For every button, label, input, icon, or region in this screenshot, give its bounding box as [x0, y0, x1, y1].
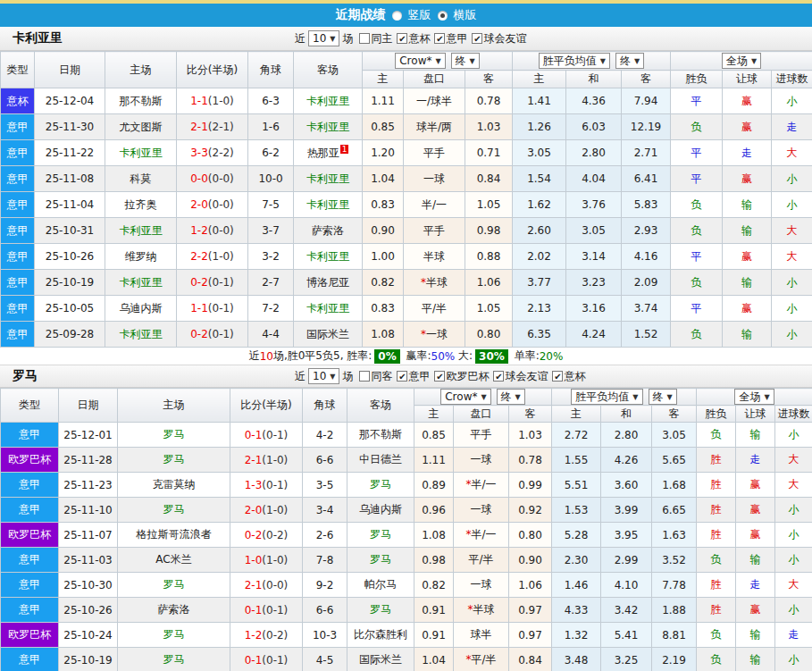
mean-draw-odds: 3.25 — [601, 648, 652, 671]
checkbox-icon[interactable] — [493, 371, 504, 382]
team-section-header: 卡利亚里 近 10 ▼ 场 同主意杯意甲球会友谊 — [0, 27, 812, 51]
filter-checkbox[interactable]: 意杯 — [552, 369, 585, 384]
score-cell: 2-0(0-0) — [177, 192, 248, 218]
league-cell: 意甲 — [1, 573, 59, 598]
result-goals: 小 — [775, 598, 812, 623]
filter-checkbox[interactable]: 意甲 — [397, 369, 430, 384]
score-cell: 0-1(0-1) — [230, 423, 303, 448]
handicap-line: 一球 — [454, 448, 509, 473]
corner-cell: 10-0 — [248, 166, 294, 192]
handicap-away-odds: 0.78 — [509, 448, 552, 473]
odds-stage-dropdown[interactable]: 终▼ — [497, 389, 525, 405]
checkbox-icon[interactable] — [434, 371, 445, 382]
checkbox-icon[interactable] — [359, 371, 370, 382]
handicap-header-group: Crow*▼ 终▼ — [363, 52, 513, 71]
horizontal-layout-radio[interactable] — [438, 11, 448, 21]
handicap-away-odds: 0.90 — [509, 548, 552, 573]
recent-count-dropdown[interactable]: 10 ▼ — [308, 30, 339, 46]
team-name: 卡利亚里 — [13, 30, 63, 46]
filter-checkbox[interactable]: 意杯 — [397, 31, 430, 46]
filter-checkbox[interactable]: 球会友谊 — [493, 369, 548, 384]
halftime-score: (0-1) — [262, 479, 288, 491]
filter-checkbox[interactable]: 同客 — [359, 369, 392, 384]
home-team-cell: 卡利亚里 — [105, 322, 177, 348]
scope-dropdown[interactable]: 全场▼ — [734, 389, 774, 405]
checkbox-icon[interactable] — [397, 371, 407, 382]
sub-header-mean-away: 客 — [622, 71, 671, 88]
corner-cell: 3-7 — [248, 218, 294, 244]
corner-cell: 6-6 — [303, 598, 347, 623]
checkbox-icon[interactable] — [472, 33, 482, 44]
league-cell: 意甲 — [1, 296, 35, 322]
odds-company-dropdown[interactable]: Crow*▼ — [395, 53, 445, 69]
date-cell: 25-12-01 — [59, 423, 118, 448]
score-cell: 0-2(0-1) — [177, 270, 248, 296]
date-cell: 25-10-31 — [35, 218, 105, 244]
fulltime-score: 1-1 — [190, 95, 208, 107]
mean-home-odds: 1.55 — [552, 448, 601, 473]
date-cell: 25-11-08 — [35, 166, 105, 192]
vertical-layout-radio[interactable] — [392, 11, 402, 21]
horizontal-layout-label[interactable]: 横版 — [454, 7, 477, 23]
score-cell: 0-2(0-1) — [177, 322, 248, 348]
odds-company-dropdown[interactable]: Crow*▼ — [440, 389, 490, 405]
team-name: 罗马 — [163, 578, 185, 591]
handicap-home-odds: 0.83 — [363, 192, 404, 218]
halftime-score: (0-1) — [208, 302, 234, 315]
fulltime-score: 1-2 — [245, 629, 263, 642]
home-team-cell: 格拉斯哥流浪者 — [118, 523, 230, 548]
score-cell: 1-2(0-0) — [177, 218, 248, 244]
filter-checkbox[interactable]: 同主 — [359, 31, 392, 46]
handicap-line: 一球 — [454, 573, 509, 598]
league-cell: 意甲 — [1, 598, 59, 623]
match-row: 欧罗巴杯25-11-28罗马2-1(1-0)6-6中日德兰1.11一球0.781… — [1, 448, 812, 473]
mean-odds-dropdown[interactable]: 胜平负均值▼ — [539, 53, 610, 69]
vertical-layout-label[interactable]: 竖版 — [408, 7, 431, 23]
handicap-away-odds: 0.97 — [509, 598, 552, 623]
handicap-line: 球半 — [454, 623, 509, 648]
mean-stage-dropdown[interactable]: 终▼ — [649, 389, 677, 405]
checkbox-icon[interactable] — [397, 33, 407, 44]
mean-odds-dropdown[interactable]: 胜平负均值▼ — [571, 389, 642, 405]
result-goals: 小 — [772, 322, 812, 348]
match-row: 意甲25-11-03AC米兰1-0(1-0)7-8罗马0.98平/半0.902.… — [1, 548, 812, 573]
summary-segment: 20% — [540, 350, 564, 363]
halftime-score: (1-0) — [262, 554, 288, 566]
match-row: 意甲25-10-19罗马0-1(0-1)4-5国际米兰1.04*平/半0.843… — [1, 648, 812, 671]
filter-checkbox[interactable]: 意甲 — [434, 31, 467, 46]
match-row: 意甲25-10-30罗马2-1(0-0)9-2帕尔马0.82一球1.061.46… — [1, 573, 812, 598]
checkbox-icon[interactable] — [359, 33, 370, 44]
match-row: 意甲25-09-28卡利亚里0-2(0-1)4-4国际米兰1.08*一球0.80… — [1, 322, 812, 348]
team-name: 克雷莫纳 — [153, 478, 196, 491]
summary-segment: 场,胜0平5负5, 胜率: — [273, 349, 372, 362]
away-team-cell: 卡利亚里 — [294, 88, 363, 114]
sub-header-handicap-home: 主 — [414, 406, 454, 423]
summary-segment: 0% — [374, 349, 399, 364]
checkbox-icon[interactable] — [552, 371, 563, 382]
checkbox-icon[interactable] — [434, 33, 445, 44]
handicap-line: *一球 — [404, 322, 465, 348]
dropdown-value: 终 — [620, 54, 631, 69]
mean-draw-odds: 3.95 — [601, 523, 652, 548]
mean-stage-dropdown[interactable]: 终▼ — [615, 53, 644, 69]
chevron-down-icon: ▼ — [435, 57, 440, 65]
corner-cell: 3-2 — [248, 244, 294, 270]
match-row: 意甲25-12-01罗马0-1(0-1)4-2那不勒斯0.85平手1.032.7… — [1, 423, 812, 448]
col-header-date: 日期 — [59, 389, 118, 423]
team-name: 罗马 — [163, 453, 185, 466]
odds-stage-dropdown[interactable]: 终▼ — [451, 53, 480, 69]
away-team-cell: 卡利亚里 — [294, 192, 363, 218]
recent-count-dropdown[interactable]: 10 ▼ — [308, 368, 339, 384]
scope-dropdown[interactable]: 全场▼ — [722, 53, 761, 69]
handicap-home-odds: 0.91 — [414, 598, 454, 623]
star-mark: * — [465, 478, 471, 491]
handicap-home-odds: 1.00 — [363, 244, 404, 270]
recent-prefix-label: 近 — [295, 31, 306, 46]
filter-checkbox[interactable]: 球会友谊 — [472, 31, 526, 46]
result-goals: 大 — [775, 473, 812, 498]
dropdown-value: 终 — [501, 390, 512, 405]
filter-checkbox[interactable]: 欧罗巴杯 — [434, 369, 489, 384]
chevron-down-icon: ▼ — [600, 57, 606, 65]
mean-home-odds: 1.54 — [513, 166, 566, 192]
away-team-cell: 国际米兰 — [347, 648, 414, 671]
